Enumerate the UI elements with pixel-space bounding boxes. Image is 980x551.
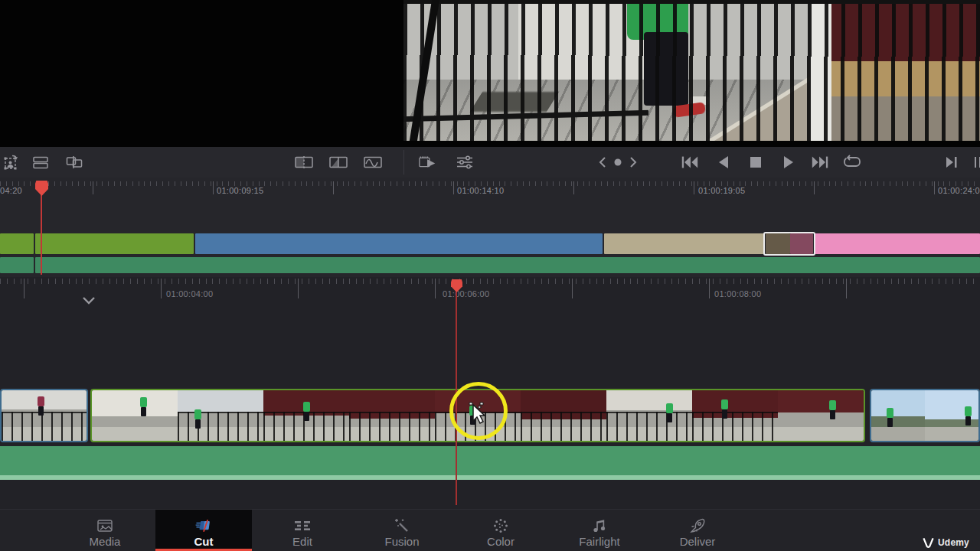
- transition-icon[interactable]: [328, 152, 348, 172]
- ruler-tick: [685, 279, 686, 284]
- overview-audio-track[interactable]: [0, 257, 980, 273]
- next-edit-icon[interactable]: [942, 152, 962, 172]
- transform-icon[interactable]: [2, 152, 21, 172]
- timeline-clip[interactable]: [0, 233, 34, 254]
- play-reverse-icon[interactable]: [714, 152, 733, 172]
- timecode-label: 01:00:04:00: [166, 289, 213, 298]
- ruler-tick: [658, 279, 658, 284]
- detail-audio-track[interactable]: [0, 446, 980, 480]
- ruler-tick: [363, 279, 364, 284]
- ruler-tick: [788, 279, 789, 284]
- ruler-tick: [767, 279, 768, 284]
- ruler-tick: [651, 279, 652, 284]
- nav-tab-deliver[interactable]: Deliver: [655, 510, 740, 551]
- skip-end-icon[interactable]: [810, 152, 830, 172]
- timeline-clip[interactable]: [195, 233, 603, 254]
- thumbnail-railing: [349, 412, 435, 441]
- nav-tab-fairlight[interactable]: Fairlight: [557, 510, 642, 551]
- ruler-tick: [14, 279, 15, 284]
- ruler-tick: [761, 279, 762, 284]
- timecode-label: 01:00:06:00: [443, 289, 489, 298]
- ruler-tick: [555, 279, 556, 284]
- ruler-tick: [898, 279, 899, 284]
- ruler-tick: [377, 279, 377, 284]
- overview-timecode-labels: 04:2001:00:09:1501:00:14:1001:00:19:0501…: [0, 186, 980, 197]
- ruler-tick: [165, 279, 165, 284]
- timeline-clip[interactable]: [0, 257, 34, 273]
- skip-start-icon[interactable]: [680, 152, 700, 172]
- detail-timecode-labels: 01:00:04:0001:00:06:0001:00:08:00: [0, 289, 980, 300]
- chevron-down-icon[interactable]: [79, 294, 99, 308]
- overview-video-track[interactable]: [0, 233, 980, 254]
- timeline-clip[interactable]: [604, 233, 764, 254]
- timeline-clip[interactable]: [815, 233, 980, 254]
- nav-tab-media[interactable]: Media: [63, 510, 147, 551]
- thumbnail-railing: [2, 412, 87, 441]
- ruler-tick: [857, 279, 858, 284]
- ruler-tick: [815, 279, 816, 284]
- detail-timeline[interactable]: 01:00:04:0001:00:06:0001:00:08:00: [0, 277, 980, 509]
- ruler-tick: [603, 279, 604, 284]
- ruler-tick: [62, 279, 63, 284]
- ruler-tick: [384, 279, 384, 284]
- thumbnail-person-legs: [304, 412, 309, 421]
- ruler-tick: [0, 279, 1, 284]
- ruler-tick: [439, 279, 439, 284]
- ruler-tick: [48, 279, 49, 284]
- ruler-tick: [665, 279, 665, 284]
- media-icon: [95, 517, 115, 535]
- loop-icon[interactable]: [842, 152, 862, 172]
- viewer-video-frame[interactable]: [403, 0, 980, 141]
- ruler-tick: [822, 279, 823, 284]
- clip-thumbnail: [349, 390, 435, 441]
- timecode-label: 04:20: [0, 186, 22, 195]
- timecode-label: 01:00:24:0: [938, 186, 980, 195]
- nav-tab-cut[interactable]: Cut: [155, 510, 252, 551]
- timecode-label: 01:00:08:00: [714, 289, 761, 298]
- ruler-tick: [233, 279, 234, 284]
- ruler-tick: [322, 279, 323, 284]
- ruler-tick: [267, 279, 268, 284]
- overview-timeline[interactable]: 04:2001:00:09:1501:00:14:1001:00:19:0501…: [0, 178, 980, 277]
- clipped-edge-icon[interactable]: [971, 152, 980, 172]
- source-overwrite-icon[interactable]: [418, 152, 438, 172]
- ruler-tick: [418, 279, 419, 284]
- play-icon[interactable]: [779, 152, 799, 172]
- trim-icon[interactable]: [294, 152, 314, 172]
- tools-icon[interactable]: [455, 152, 475, 172]
- ruler-tick: [617, 279, 618, 284]
- nav-tab-edit[interactable]: Edit: [260, 510, 345, 551]
- viewer-area: [0, 0, 980, 147]
- filmstrip-clip[interactable]: [870, 389, 980, 442]
- filmstrip-clip[interactable]: [0, 389, 88, 442]
- ruler-tick: [541, 279, 542, 284]
- ruler-tick: [343, 279, 344, 284]
- timeline-clip[interactable]: [35, 257, 980, 273]
- ruler-tick: [466, 279, 467, 284]
- ruler-tick: [939, 279, 939, 284]
- split-clip-icon[interactable]: [64, 152, 84, 172]
- ruler-tick: [192, 279, 193, 284]
- ruler-tick: [630, 279, 631, 284]
- ruler-tick: [315, 279, 316, 284]
- ruler-tick: [69, 279, 70, 284]
- thumbnail-person-legs: [887, 418, 893, 427]
- selected-clip-outline: [763, 232, 815, 256]
- nav-tab-fusion[interactable]: Fusion: [360, 510, 444, 551]
- nav-tab-color[interactable]: Color: [459, 510, 543, 551]
- thumbnail-person-legs: [965, 416, 971, 425]
- thumbnail-person-legs: [141, 407, 146, 416]
- thumbnail-person-legs: [830, 410, 835, 419]
- next-frame-icon[interactable]: [623, 152, 643, 172]
- smooth-cut-icon[interactable]: [363, 152, 383, 172]
- dissolve-icon[interactable]: [31, 152, 51, 172]
- ruler-tick: [7, 279, 8, 284]
- stop-icon[interactable]: [746, 152, 766, 172]
- ruler-tick: [740, 279, 741, 284]
- ruler-tick: [514, 279, 514, 284]
- nav-label: Deliver: [655, 535, 740, 548]
- timeline-clip[interactable]: [35, 233, 194, 254]
- ruler-tick: [569, 279, 570, 284]
- ruler-tick: [774, 279, 775, 284]
- ruler-tick: [946, 279, 946, 284]
